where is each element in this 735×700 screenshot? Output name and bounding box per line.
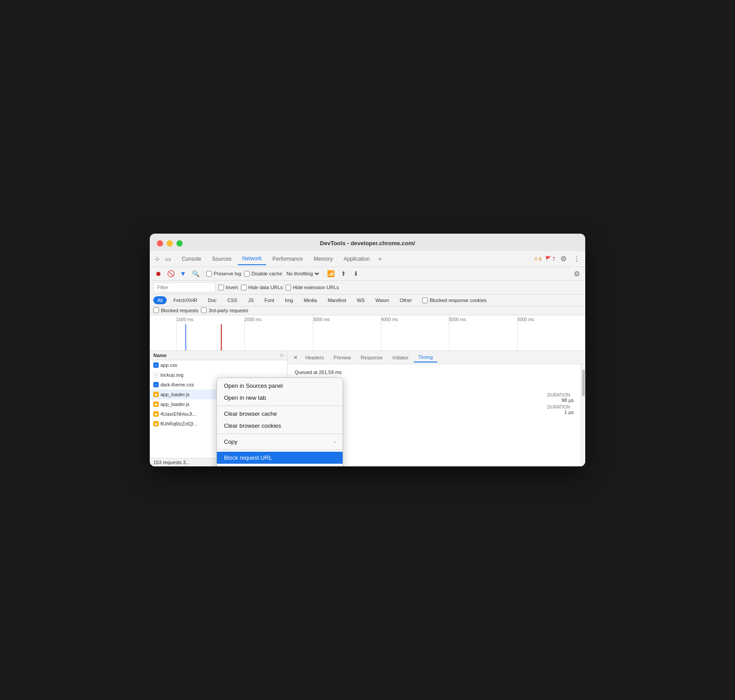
third-party-label: 3rd-party requests [201,307,248,313]
gridline-6 [517,315,585,350]
network-settings-button[interactable]: ⚙ [572,269,582,278]
third-party-checkbox[interactable] [201,307,207,313]
tab-headers[interactable]: Headers [301,353,328,362]
request-name-apploader: app_loader.js [160,392,189,397]
clear-button[interactable]: 🚫 [166,269,176,278]
error-count: 7 [552,256,555,262]
name-column-label: Name [153,353,167,358]
disable-cache-checkbox[interactable] [244,271,250,277]
blocked-requests-checkbox[interactable] [153,307,159,313]
blocked-cookies-label: Blocked response cookies [422,298,487,303]
pill-manifest[interactable]: Manifest [324,296,350,304]
menu-open-sources[interactable]: Open in Sources panel [217,380,343,392]
pill-all[interactable]: All [153,296,167,304]
filter-icon[interactable]: ▼ [178,269,188,278]
pill-js[interactable]: JS [244,296,258,304]
preserve-log-checkbox[interactable] [206,271,212,277]
tab-initiator[interactable]: Initiator [388,353,413,362]
window-title: DevTools - developer.chrome.com/ [320,240,415,247]
gridline-2 [244,315,312,350]
duration-col2: DURATION 1 μs [547,405,574,415]
panel-scrollbar[interactable] [581,364,585,466]
gridline-1 [176,315,244,350]
tab-right-actions: ⚠ 6 🚩 7 ⚙ ⋮ [534,254,582,264]
tab-icons: ⊹ ▭ [153,255,172,263]
blocked-cookies-checkbox[interactable] [422,298,428,303]
devtools-body: ⊹ ▭ Console Sources Network Performance … [150,251,585,466]
blocked-requests-text: Blocked requests [161,308,198,313]
timeline-blue-marker [185,324,186,350]
hide-extension-urls-label: Hide extension URLs [285,285,339,290]
filter-bar: Invert Hide data URLs Hide extension URL… [150,281,585,294]
separator2 [323,270,324,277]
menu-block-url[interactable]: Block request URL [217,452,343,464]
inspect-icon[interactable]: ⊹ [153,255,161,263]
menu-block-domain[interactable]: Block request domain [217,464,343,466]
gridline-4 [381,315,449,350]
request-name-apploader2: app_loader.js [160,402,189,407]
invert-label: Invert [218,285,238,290]
css-icon-1: ⊹ [153,362,159,368]
hide-extension-urls-checkbox[interactable] [285,285,291,290]
menu-open-new-tab-label: Open in new tab [224,394,266,401]
tab-network[interactable]: Network [238,253,266,265]
tab-sources[interactable]: Sources [208,253,236,265]
menu-clear-cache[interactable]: Clear browser cache [217,408,343,420]
tab-preview[interactable]: Preview [329,353,356,362]
gridline-3 [313,315,381,350]
pill-wasm[interactable]: Wasm [371,296,393,304]
tab-response[interactable]: Response [356,353,387,362]
minimize-button[interactable] [167,240,173,247]
tab-more[interactable]: » [376,254,384,264]
wifi-icon[interactable]: 📶 [326,269,336,278]
pill-other[interactable]: Other [395,296,416,304]
tab-timing[interactable]: Timing [414,353,437,362]
column-header: Name [150,351,287,360]
tab-performance[interactable]: Performance [268,253,308,265]
pill-fetch-xhr[interactable]: Fetch/XHR [169,296,201,304]
panel-close-button[interactable]: ✕ [291,353,300,362]
menu-copy[interactable]: Copy › [217,436,343,448]
pill-ws[interactable]: WS [353,296,369,304]
search-button[interactable]: 🔍 [191,269,200,278]
maximize-button[interactable] [176,240,183,247]
record-button[interactable]: ⏺ [153,269,163,278]
warning-badge[interactable]: ⚠ 6 [534,256,542,262]
menu-open-new-tab[interactable]: Open in new tab [217,392,343,404]
upload-icon[interactable]: ⬆ [339,269,348,278]
tab-console[interactable]: Console [177,253,206,265]
device-icon[interactable]: ▭ [164,255,172,263]
warning-icon: ⚠ [534,256,538,262]
close-button[interactable] [157,240,163,247]
throttle-select[interactable]: No throttling [285,270,320,277]
timeline-red-marker [221,324,222,350]
separator-1 [217,406,343,406]
separator-2 [217,434,343,434]
queued-at-row: Queued at 261.59 ms [295,370,574,375]
download-icon[interactable]: ⬇ [351,269,361,278]
svg-icon-1: ○ [153,372,159,378]
timeline-lines [176,315,585,350]
settings-button[interactable]: ⚙ [559,254,568,264]
menu-clear-cookies[interactable]: Clear browser cookies [217,420,343,432]
hide-data-urls-checkbox[interactable] [241,285,247,290]
duration-value2: 1 μs [564,410,574,415]
request-name-lockup: lockup.svg [160,372,184,378]
request-item-appcss[interactable]: ⊹ app.css [150,360,287,370]
tab-application[interactable]: Application [339,253,374,265]
pill-font[interactable]: Font [260,296,278,304]
more-options-button[interactable]: ⋮ [572,254,582,264]
invert-checkbox[interactable] [218,285,224,290]
error-badge[interactable]: 🚩 7 [545,256,555,262]
menu-block-url-label: Block request URL [224,454,272,461]
js-icon-2: ◆ [153,402,159,407]
menu-clear-cookies-label: Clear browser cookies [224,422,281,429]
filter-input[interactable] [153,282,216,292]
tabs-bar: ⊹ ▭ Console Sources Network Performance … [150,251,585,267]
pill-doc[interactable]: Doc [204,296,221,304]
pill-media[interactable]: Media [300,296,321,304]
pill-css[interactable]: CSS [224,296,242,304]
pill-img[interactable]: Img [281,296,297,304]
tab-memory[interactable]: Memory [309,253,337,265]
separator-3 [217,449,343,450]
